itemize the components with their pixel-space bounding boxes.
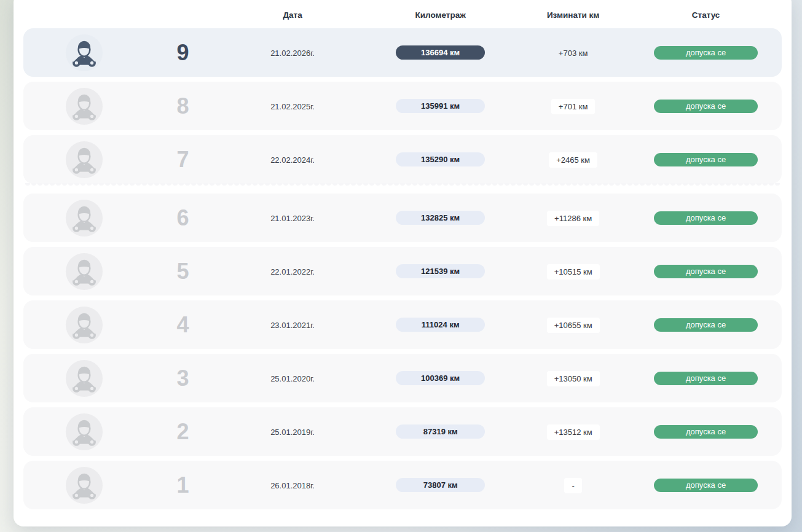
status-badge: допуска се xyxy=(654,211,758,225)
traveled-km: +10515 км xyxy=(547,264,600,280)
mechanic-driver-icon xyxy=(65,413,103,451)
traveled-km: +13050 км xyxy=(547,371,600,386)
row-number: 6 xyxy=(177,205,189,230)
mechanic-driver-icon xyxy=(65,252,103,291)
mechanic-driver-icon xyxy=(65,306,103,344)
inspection-date: 22.02.2024г. xyxy=(270,155,315,165)
traveled-km: +703 км xyxy=(551,45,596,61)
table-row[interactable]: 1 26.01.2018г. 73807 км - допуска се xyxy=(23,461,782,509)
inspection-date: 26.01.2018г. xyxy=(270,481,315,490)
mechanic-driver-icon xyxy=(65,87,103,125)
mechanic-driver-icon xyxy=(65,199,103,237)
row-number: 7 xyxy=(177,147,189,172)
table-row[interactable]: 4 23.01.2021г. 111024 км +10655 км допус… xyxy=(23,300,782,349)
inspection-date: 23.01.2021г. xyxy=(270,321,315,330)
mileage-badge: 100369 км xyxy=(396,371,485,385)
status-badge: допуска се xyxy=(654,318,758,332)
status-badge: допуска се xyxy=(654,153,758,166)
column-header-traveled: Изминати км xyxy=(516,10,630,20)
status-badge: допуска се xyxy=(654,372,758,385)
mileage-badge: 111024 км xyxy=(396,318,485,332)
traveled-km: - xyxy=(564,478,581,493)
table-row[interactable]: 8 21.02.2025г. 135991 км +701 км допуска… xyxy=(23,82,782,130)
mechanic-driver-icon xyxy=(65,34,103,72)
inspection-date: 21.01.2023г. xyxy=(270,214,315,223)
traveled-km: +11286 км xyxy=(547,211,599,226)
row-number: 3 xyxy=(177,366,189,391)
mechanic-driver-icon xyxy=(65,359,103,397)
table-header: Дата Километраж Изминати км Статус xyxy=(23,0,782,28)
traveled-km: +2465 км xyxy=(549,152,597,168)
inspection-date: 22.01.2022г. xyxy=(270,267,315,276)
row-number: 1 xyxy=(177,472,189,498)
status-badge: допуска се xyxy=(654,479,758,492)
table-row[interactable]: 6 21.01.2023г. 132825 км +11286 км допус… xyxy=(23,194,782,242)
perforated-divider xyxy=(25,183,780,189)
traveled-km: +13512 км xyxy=(547,424,600,440)
mileage-badge: 87319 км xyxy=(396,424,485,439)
inspection-date: 21.02.2026г. xyxy=(270,49,315,58)
table-row[interactable]: 9 21.02.2026г. 136694 км +703 км допуска… xyxy=(23,28,782,77)
traveled-km: +10655 км xyxy=(547,318,600,333)
mileage-badge: 132825 км xyxy=(396,211,485,225)
table-row[interactable]: 5 22.01.2022г. 121539 км +10515 км допус… xyxy=(23,247,782,295)
status-badge: допуска се xyxy=(654,46,758,60)
mileage-badge: 136694 км xyxy=(396,45,485,60)
column-header-date: Дата xyxy=(221,10,364,20)
table-row[interactable]: 7 22.02.2024г. 135290 км +2465 км допуск… xyxy=(23,135,782,184)
row-number: 5 xyxy=(177,259,189,284)
mileage-badge: 73807 км xyxy=(396,478,485,492)
inspection-date: 25.01.2020г. xyxy=(270,374,315,383)
inspection-date: 25.01.2019г. xyxy=(270,428,315,437)
row-number: 4 xyxy=(177,312,189,337)
status-badge: допуска се xyxy=(654,425,758,439)
mileage-badge: 135991 км xyxy=(396,99,485,113)
table-row[interactable]: 2 25.01.2019г. 87319 км +13512 км допуск… xyxy=(23,407,782,456)
traveled-km: +701 км xyxy=(551,99,596,114)
status-badge: допуска се xyxy=(654,265,758,278)
inspection-date: 21.02.2025г. xyxy=(270,102,315,111)
history-rows: 9 21.02.2026г. 136694 км +703 км допуска… xyxy=(23,28,782,514)
mechanic-driver-icon xyxy=(65,466,103,504)
row-number: 9 xyxy=(177,40,189,65)
status-badge: допуска се xyxy=(654,100,758,113)
mileage-badge: 121539 км xyxy=(396,264,485,278)
column-header-mileage: Километраж xyxy=(364,10,516,20)
mechanic-driver-icon xyxy=(65,141,103,179)
table-row[interactable]: 3 25.01.2020г. 100369 км +13050 км допус… xyxy=(23,354,782,402)
mileage-badge: 135290 км xyxy=(396,152,485,166)
row-number: 2 xyxy=(177,419,189,444)
column-header-status: Статус xyxy=(630,10,782,20)
history-card: Дата Километраж Изминати км Статус 9 21.… xyxy=(14,0,792,526)
row-number: 8 xyxy=(177,93,189,119)
